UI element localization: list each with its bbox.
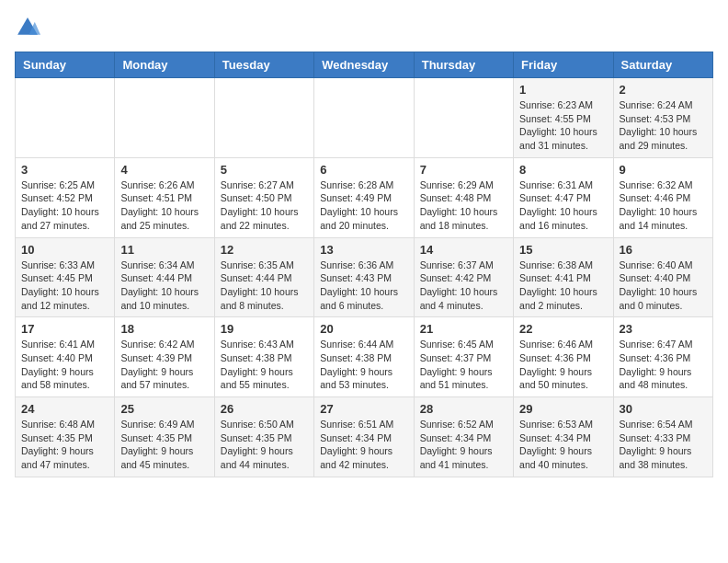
day-info: Sunrise: 6:51 AM Sunset: 4:34 PM Dayligh… [320,418,407,472]
week-row-0: 1Sunrise: 6:23 AM Sunset: 4:55 PM Daylig… [16,78,713,158]
day-info: Sunrise: 6:28 AM Sunset: 4:49 PM Dayligh… [320,178,407,233]
day-cell: 30Sunrise: 6:54 AM Sunset: 4:33 PM Dayli… [613,397,712,477]
day-number: 18 [120,322,208,336]
day-cell: 21Sunrise: 6:45 AM Sunset: 4:37 PM Dayli… [414,317,513,397]
day-number: 14 [420,243,507,257]
day-number: 20 [320,322,407,336]
day-info: Sunrise: 6:34 AM Sunset: 4:44 PM Dayligh… [120,259,208,313]
day-number: 29 [519,402,607,416]
day-cell: 12Sunrise: 6:35 AM Sunset: 4:44 PM Dayli… [214,237,313,317]
day-number: 2 [620,83,707,97]
day-number: 7 [420,163,507,177]
day-number: 28 [420,402,507,416]
day-cell: 9Sunrise: 6:32 AM Sunset: 4:46 PM Daylig… [613,157,712,237]
day-number: 10 [21,243,108,257]
day-info: Sunrise: 6:24 AM Sunset: 4:53 PM Dayligh… [620,98,707,153]
day-cell [414,78,513,158]
day-info: Sunrise: 6:31 AM Sunset: 4:47 PM Dayligh… [519,178,607,233]
day-info: Sunrise: 6:54 AM Sunset: 4:33 PM Dayligh… [620,418,707,472]
day-cell: 3Sunrise: 6:25 AM Sunset: 4:52 PM Daylig… [16,157,115,237]
day-number: 12 [221,243,308,257]
day-number: 13 [320,243,407,257]
day-number: 4 [120,163,208,177]
day-cell: 2Sunrise: 6:24 AM Sunset: 4:53 PM Daylig… [613,78,712,158]
day-number: 25 [120,402,208,416]
week-row-2: 10Sunrise: 6:33 AM Sunset: 4:45 PM Dayli… [16,237,713,317]
day-cell: 19Sunrise: 6:43 AM Sunset: 4:38 PM Dayli… [214,317,313,397]
day-info: Sunrise: 6:52 AM Sunset: 4:34 PM Dayligh… [420,418,507,472]
day-cell [115,78,214,158]
day-info: Sunrise: 6:33 AM Sunset: 4:45 PM Dayligh… [21,259,108,313]
logo-icon [15,15,40,40]
day-info: Sunrise: 6:35 AM Sunset: 4:44 PM Dayligh… [221,259,308,313]
day-cell: 24Sunrise: 6:48 AM Sunset: 4:35 PM Dayli… [16,397,115,477]
day-cell: 29Sunrise: 6:53 AM Sunset: 4:34 PM Dayli… [514,397,613,477]
day-cell: 1Sunrise: 6:23 AM Sunset: 4:55 PM Daylig… [514,78,613,158]
calendar-table: SundayMondayTuesdayWednesdayThursdayFrid… [15,52,713,477]
day-number: 1 [519,83,607,97]
day-number: 19 [221,322,308,336]
day-number: 21 [420,322,507,336]
day-number: 23 [620,322,707,336]
day-cell: 5Sunrise: 6:27 AM Sunset: 4:50 PM Daylig… [214,157,313,237]
day-info: Sunrise: 6:41 AM Sunset: 4:40 PM Dayligh… [21,338,108,392]
day-cell: 25Sunrise: 6:49 AM Sunset: 4:35 PM Dayli… [115,397,214,477]
day-info: Sunrise: 6:47 AM Sunset: 4:36 PM Dayligh… [620,338,707,392]
day-cell [314,78,414,158]
day-info: Sunrise: 6:50 AM Sunset: 4:35 PM Dayligh… [221,418,308,472]
day-cell: 22Sunrise: 6:46 AM Sunset: 4:36 PM Dayli… [514,317,613,397]
day-info: Sunrise: 6:36 AM Sunset: 4:43 PM Dayligh… [320,259,407,313]
day-number: 16 [620,243,707,257]
day-info: Sunrise: 6:23 AM Sunset: 4:55 PM Dayligh… [519,98,607,153]
day-cell: 4Sunrise: 6:26 AM Sunset: 4:51 PM Daylig… [115,157,214,237]
day-cell [214,78,313,158]
day-info: Sunrise: 6:49 AM Sunset: 4:35 PM Dayligh… [120,418,208,472]
day-info: Sunrise: 6:46 AM Sunset: 4:36 PM Dayligh… [519,338,607,392]
day-number: 9 [620,163,707,177]
day-info: Sunrise: 6:27 AM Sunset: 4:50 PM Dayligh… [221,178,308,233]
day-cell: 18Sunrise: 6:42 AM Sunset: 4:39 PM Dayli… [115,317,214,397]
day-number: 6 [320,163,407,177]
day-info: Sunrise: 6:37 AM Sunset: 4:42 PM Dayligh… [420,259,507,313]
week-row-1: 3Sunrise: 6:25 AM Sunset: 4:52 PM Daylig… [16,157,713,237]
day-cell [16,78,115,158]
day-cell: 13Sunrise: 6:36 AM Sunset: 4:43 PM Dayli… [314,237,414,317]
day-cell: 27Sunrise: 6:51 AM Sunset: 4:34 PM Dayli… [314,397,414,477]
day-cell: 6Sunrise: 6:28 AM Sunset: 4:49 PM Daylig… [314,157,414,237]
header-day-monday: Monday [115,52,214,78]
day-cell: 15Sunrise: 6:38 AM Sunset: 4:41 PM Dayli… [514,237,613,317]
header-row: SundayMondayTuesdayWednesdayThursdayFrid… [16,52,713,78]
day-number: 24 [21,402,108,416]
day-info: Sunrise: 6:29 AM Sunset: 4:48 PM Dayligh… [420,178,507,233]
day-info: Sunrise: 6:40 AM Sunset: 4:40 PM Dayligh… [620,259,707,313]
day-info: Sunrise: 6:43 AM Sunset: 4:38 PM Dayligh… [221,338,308,392]
day-cell: 8Sunrise: 6:31 AM Sunset: 4:47 PM Daylig… [514,157,613,237]
header-day-saturday: Saturday [613,52,712,78]
header-day-friday: Friday [514,52,613,78]
day-number: 15 [519,243,607,257]
day-number: 5 [221,163,308,177]
day-info: Sunrise: 6:53 AM Sunset: 4:34 PM Dayligh… [519,418,607,472]
header-day-thursday: Thursday [414,52,513,78]
page-header [15,15,713,40]
header-day-tuesday: Tuesday [214,52,313,78]
day-number: 22 [519,322,607,336]
week-row-4: 24Sunrise: 6:48 AM Sunset: 4:35 PM Dayli… [16,397,713,477]
day-cell: 17Sunrise: 6:41 AM Sunset: 4:40 PM Dayli… [16,317,115,397]
calendar-body: 1Sunrise: 6:23 AM Sunset: 4:55 PM Daylig… [16,78,713,477]
day-cell: 10Sunrise: 6:33 AM Sunset: 4:45 PM Dayli… [16,237,115,317]
header-day-wednesday: Wednesday [314,52,414,78]
day-cell: 26Sunrise: 6:50 AM Sunset: 4:35 PM Dayli… [214,397,313,477]
day-number: 11 [120,243,208,257]
day-cell: 7Sunrise: 6:29 AM Sunset: 4:48 PM Daylig… [414,157,513,237]
day-number: 17 [21,322,108,336]
day-number: 30 [620,402,707,416]
day-info: Sunrise: 6:32 AM Sunset: 4:46 PM Dayligh… [620,178,707,233]
logo [15,15,44,40]
day-cell: 20Sunrise: 6:44 AM Sunset: 4:38 PM Dayli… [314,317,414,397]
header-day-sunday: Sunday [16,52,115,78]
day-cell: 14Sunrise: 6:37 AM Sunset: 4:42 PM Dayli… [414,237,513,317]
day-info: Sunrise: 6:44 AM Sunset: 4:38 PM Dayligh… [320,338,407,392]
day-info: Sunrise: 6:38 AM Sunset: 4:41 PM Dayligh… [519,259,607,313]
day-cell: 28Sunrise: 6:52 AM Sunset: 4:34 PM Dayli… [414,397,513,477]
